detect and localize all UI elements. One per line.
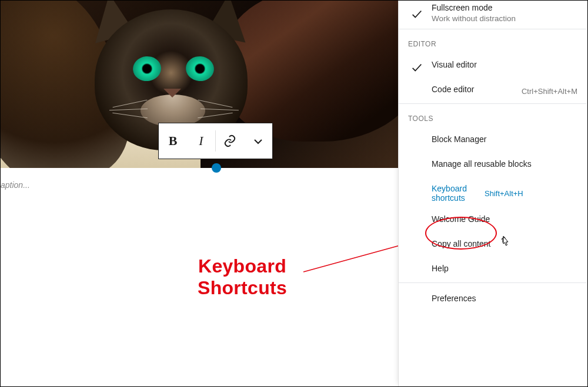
section-tools: TOOLS <box>399 104 587 129</box>
resize-handle[interactable] <box>212 163 221 173</box>
code-editor-item[interactable]: Code editor Ctrl+Shift+Alt+M <box>399 79 587 103</box>
link-icon <box>223 134 237 148</box>
annotation-label: Keyboard Shortcuts <box>198 255 287 299</box>
menu-item-label: Preferences <box>432 294 577 303</box>
options-menu: Fullscreen mode Work without distraction… <box>398 1 587 386</box>
menu-item-label: Welcome Guide <box>432 214 577 224</box>
more-button[interactable] <box>244 123 272 159</box>
menu-item-label: Manage all reusable blocks <box>432 159 577 169</box>
menu-item-label: Code editor <box>432 85 516 94</box>
copy-all-item[interactable]: Copy all content <box>399 233 587 258</box>
editor-canvas: B I aption... Keyboard Shortcuts <box>1 1 399 386</box>
block-manager-item[interactable]: Block Manager <box>399 129 587 153</box>
welcome-guide-item[interactable]: Welcome Guide <box>399 208 587 233</box>
menu-item-label: Keyboard shortcuts <box>432 184 479 203</box>
menu-item-label: Help <box>432 264 577 273</box>
link-button[interactable] <box>216 123 244 159</box>
caption-input[interactable]: aption... <box>1 180 30 190</box>
menu-item-label: Copy all content <box>432 239 577 248</box>
chevron-down-icon <box>251 134 265 148</box>
shortcut-label: Ctrl+Shift+Alt+M <box>522 87 577 96</box>
check-icon <box>410 61 423 76</box>
bold-button[interactable]: B <box>159 123 187 159</box>
help-item[interactable]: Help <box>399 258 587 282</box>
block-toolbar: B I <box>158 123 273 159</box>
menu-item-sub: Work without distraction <box>432 14 577 23</box>
preferences-item[interactable]: Preferences <box>399 283 587 317</box>
menu-item-label: Fullscreen mode <box>432 3 577 12</box>
manage-reusable-item[interactable]: Manage all reusable blocks <box>399 153 587 178</box>
section-editor: EDITOR <box>399 29 587 54</box>
menu-item-label: Block Manager <box>432 134 577 144</box>
italic-button[interactable]: I <box>187 123 215 159</box>
visual-editor-item[interactable]: Visual editor <box>399 54 587 79</box>
menu-item-label: Visual editor <box>432 60 577 69</box>
shortcut-label: Shift+Alt+H <box>485 189 523 198</box>
check-icon <box>410 8 423 22</box>
keyboard-shortcuts-item[interactable]: Keyboard shortcuts Shift+Alt+H <box>399 178 587 208</box>
fullscreen-mode-item[interactable]: Fullscreen mode Work without distraction <box>399 1 587 29</box>
